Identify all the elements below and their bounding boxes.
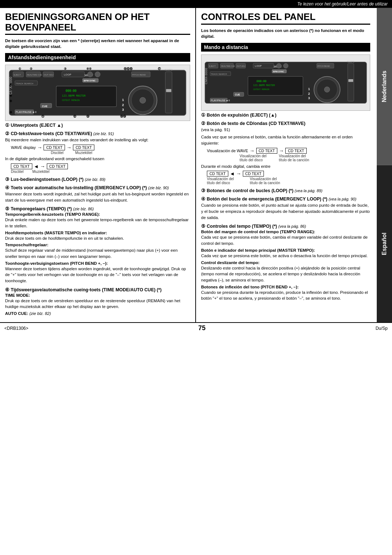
flow-diagram-1: WAVE display → CD TEXT → CD TEXT Disctit… [11,145,190,155]
svg-rect-69 [348,63,354,101]
svg-text:PLAY/PAUSE ►II: PLAY/PAUSE ►II [16,111,36,114]
bottom-code: <DRB1306> [4,326,28,331]
item-1-es: ① Botón de expulsión (EJECT) (▲) [201,112,370,118]
flow-diagram-es-1: Visualización de WAVE → CD TEXT → CD TEX… [207,148,370,162]
item-1-header: ① Uitwerptoets (EJECT ▲) [5,122,190,128]
left-device-svg: Pioneer EJECT REALTIME CUE OUT ADJ LOOP … [7,66,188,119]
item-3-es: ③ Botones de control de bucles (LOOP) (*… [201,188,370,193]
flow-diagram-es-2: CD TEXT ◄ → CD TEXT Visualización deltít… [207,171,370,185]
svg-text:REALTIME CUE: REALTIME CUE [221,65,235,67]
left-subsection: Afstandsbedieningseenheid [5,53,190,62]
svg-rect-19 [166,89,171,92]
svg-text:BPM SYNC: BPM SYNC [84,80,96,82]
svg-text:3: 3 [308,96,310,100]
svg-rect-70 [348,79,353,82]
svg-text:CUE: CUE [235,93,240,96]
item-1-nl: ① Uitwerptoets (EJECT ▲) [5,122,190,128]
page-number: 75 [198,324,205,332]
item-2-body: Bij meerdere malen indrukken van deze to… [5,137,190,143]
svg-text:③: ③ [64,68,66,71]
right-subsection: Mando a distancia [201,43,370,52]
item-5-nl: ⑤ Temporegelaars (TEMPO) (*) (zie blz. 8… [5,206,190,284]
svg-point-61 [276,63,281,68]
svg-point-11 [95,72,101,77]
svg-text:EJECT: EJECT [14,73,21,76]
svg-text:CDTEXT REMAIN: CDTEXT REMAIN [62,99,80,102]
svg-text:EJECT: EJECT [209,65,216,67]
svg-text:BPM SYNC: BPM SYNC [273,70,284,73]
svg-rect-18 [165,72,172,113]
svg-text:LOOP: LOOP [64,73,72,76]
svg-text:2: 2 [122,103,124,107]
left-intro: De toetsen die voorzien zijn van een * (… [5,38,190,49]
left-device-image: Pioneer EJECT REALTIME CUE OUT ADJ LOOP … [5,65,190,121]
main-content: BEDIENINGSORGANEN OP HET BOVENPANEEL De … [0,8,392,322]
svg-text:⑩: ⑩ [9,111,12,114]
svg-text:⑫: ⑫ [73,115,77,118]
svg-text:①: ① [19,68,21,71]
svg-text:3: 3 [122,108,124,112]
svg-text:LOOP: LOOP [255,65,262,67]
svg-text:PITCH BEND: PITCH BEND [317,65,330,67]
svg-text:CMX-3000: CMX-3000 [204,68,208,84]
right-intro: Los botones de operación indicados con u… [201,28,370,39]
svg-text:⑨: ⑨ [9,100,12,103]
svg-text:123.0BPM MASTER: 123.0BPM MASTER [253,84,275,87]
svg-text:PLAY/PAUSE ►II: PLAY/PAUSE ►II [211,99,229,101]
right-device-image: Pioneer EJECT REALTIME CUE OUT ADJ LOOP … [201,54,370,111]
left-title: BEDIENINGSORGANEN OP HET BOVENPANEEL [5,12,190,35]
svg-text:OUT ADJ: OUT ADJ [237,65,245,67]
svg-text:⑭⑮⑯: ⑭⑮⑯ [124,68,133,71]
language-code: Du/Sp [376,326,388,331]
svg-point-27 [140,97,146,104]
item-2-nl: ② CD-tekst/wave-toets (CD TEXT/WAVE) (zi… [5,131,190,174]
item-4-nl: ④ Toets voor automatische lus-instelling… [5,185,190,203]
bottom-bar: <DRB1306> 75 Du/Sp [0,322,392,333]
svg-text:PITCH BEND: PITCH BEND [132,73,146,76]
svg-text:⑰: ⑰ [158,68,161,71]
svg-text:OUT ADJ: OUT ADJ [44,73,53,76]
right-title: CONTROLES DEL PANEL [201,12,370,25]
svg-text:⑧: ⑧ [9,94,12,97]
svg-text:CUE: CUE [42,105,48,108]
svg-text:1: 1 [308,87,310,91]
svg-text:REALTIME CUE: REALTIME CUE [27,74,42,76]
svg-text:CDTEXT REMAIN: CDTEXT REMAIN [253,88,269,90]
item-4-es: ④ Botón del bucle de emergencia (EMERGEN… [201,196,370,220]
svg-text:2: 2 [308,92,310,95]
side-labels: Nederlands Español [377,8,392,322]
svg-point-10 [87,72,93,77]
left-column: BEDIENINGSORGANEN OP HET BOVENPANEEL De … [0,8,196,322]
svg-text:④⑤: ④⑤ [86,68,91,71]
top-bar-text: Te lezen voor het gebruik/Leer antes de … [297,1,388,7]
svg-text:TEMPO: TEMPO [164,69,172,71]
right-column: CONTROLES DEL PANEL Los botones de opera… [196,8,392,322]
svg-text:⑥: ⑥ [9,83,12,86]
svg-text:TEMPO: TEMPO [347,60,355,62]
svg-text:123.0BPM MASTER: 123.0BPM MASTER [62,94,86,97]
item-3-nl: ③ Lus-bedieningstoetsen (LOOP) (*) (zie … [5,177,190,182]
right-device-svg: Pioneer EJECT REALTIME CUE OUT ADJ LOOP … [203,56,368,109]
svg-text:000:00: 000:00 [256,79,266,82]
item-6-nl: ⑥ Tijdsweergave/automatische cueing-toet… [5,287,190,316]
item-2-es: ② Botón de texto de CD/ondas (CD TEXT/WA… [201,121,370,185]
svg-text:⑪: ⑪ [41,115,45,118]
svg-text:⑱⑲: ⑱⑲ [120,115,126,118]
svg-text:1: 1 [122,98,124,102]
svg-text:TRACK SEARCH: TRACK SEARCH [16,82,33,85]
flow-diagram-2: CD TEXT ◄ → CD TEXT Disctitel Muziektite… [11,163,190,174]
svg-text:②: ② [30,68,33,71]
item-2-header: ② CD-tekst/wave-toets (CD TEXT/WAVE) (zi… [5,131,190,136]
item-5-es: ⑤ Controles del tempo (TEMPO) (*) (vea l… [201,223,370,301]
right-content: CONTROLES DEL PANEL Los botones de opera… [201,12,387,301]
svg-text:⑦: ⑦ [9,89,12,92]
svg-text:⑬: ⑬ [86,115,90,118]
svg-point-62 [283,63,288,68]
side-label-nederlands: Nederlands [377,8,392,165]
svg-point-78 [324,87,330,92]
side-label-espanol: Español [377,165,392,323]
svg-text:000:00: 000:00 [66,89,77,93]
top-bar: Te lezen voor het gebruik/Leer antes de … [0,0,392,8]
svg-text:TRACK SEARCH: TRACK SEARCH [211,73,226,75]
